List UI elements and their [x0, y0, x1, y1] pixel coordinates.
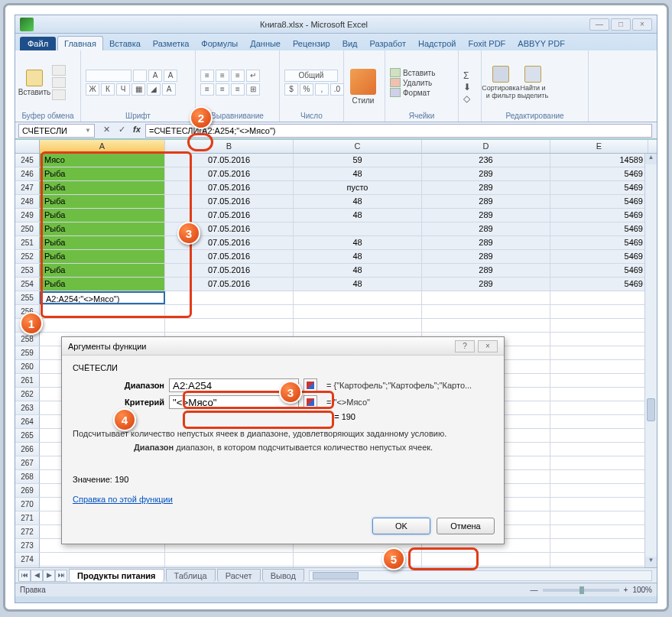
table-row[interactable]: 245 Мясо 07.05.2016 59 236 14589 [15, 154, 657, 167]
row-header[interactable]: 261 [15, 374, 40, 387]
underline-button[interactable]: Ч [116, 83, 130, 96]
zoom-in[interactable]: + [624, 586, 628, 594]
table-row[interactable]: 256 [15, 305, 657, 319]
row-header[interactable]: 251 [15, 236, 40, 249]
col-header-c[interactable]: C [294, 140, 422, 153]
table-row[interactable]: 253 Рыба 07.05.2016 48 289 5469 [15, 264, 657, 278]
currency-icon[interactable]: $ [284, 83, 298, 96]
cell[interactable]: 07.05.2016 [165, 278, 294, 291]
cell[interactable]: 5469 [550, 278, 648, 291]
row-header[interactable]: 247 [15, 181, 40, 194]
cell[interactable]: 5469 [550, 264, 648, 277]
clear-icon[interactable]: ◇ [463, 93, 471, 104]
row-header[interactable]: 271 [15, 511, 40, 524]
sheet-tab-out[interactable]: Вывод [262, 569, 304, 582]
fx-button[interactable]: fx [130, 125, 144, 137]
cell[interactable]: 48 [294, 167, 422, 180]
table-row[interactable]: 255 A2:A254;"<>Мясо") [15, 291, 657, 305]
border-icon[interactable]: ▦ [131, 83, 145, 96]
sheet-nav-next[interactable]: ▶ [43, 570, 55, 582]
table-row[interactable]: 248 Рыба 07.05.2016 48 289 5469 [15, 195, 657, 209]
table-row[interactable]: 275 [15, 567, 657, 567]
cells-delete[interactable]: Удалить [390, 78, 435, 87]
tab-review[interactable]: Рецензир [287, 37, 336, 50]
row-header[interactable]: 270 [15, 498, 40, 511]
font-shrink-icon[interactable]: A [164, 70, 177, 82]
format-painter-icon[interactable] [52, 89, 66, 100]
zoom-level[interactable]: 100% [632, 586, 652, 594]
cell[interactable]: 289 [422, 278, 550, 291]
row-header[interactable]: 249 [15, 209, 40, 222]
tab-foxit[interactable]: Foxit PDF [462, 37, 511, 50]
cut-icon[interactable] [52, 65, 66, 76]
table-row[interactable]: 250 Рыба 07.05.2016 289 5469 [15, 222, 657, 236]
active-cell[interactable]: A2:A254;"<>Мясо") [40, 291, 165, 304]
row-header[interactable]: 258 [15, 333, 40, 346]
cell[interactable]: 07.05.2016 [165, 181, 294, 194]
cell[interactable]: Рыба [40, 236, 165, 249]
tab-home[interactable]: Главная [57, 36, 103, 50]
font-grow-icon[interactable]: A [148, 70, 162, 82]
tab-layout[interactable]: Разметка [147, 37, 196, 50]
paste-button[interactable]: Вставить [20, 70, 49, 96]
row-header[interactable]: 269 [15, 484, 40, 497]
cell[interactable]: Рыба [40, 181, 165, 194]
cell[interactable]: 07.05.2016 [165, 195, 294, 208]
cell[interactable]: 07.05.2016 [165, 264, 294, 277]
number-format[interactable]: Общий [284, 70, 338, 82]
font-color-icon[interactable]: A [162, 83, 176, 96]
file-tab[interactable]: Файл [20, 37, 56, 50]
table-row[interactable]: 274 [15, 553, 657, 567]
copy-icon[interactable] [52, 77, 66, 88]
cell[interactable]: 07.05.2016 [165, 154, 294, 167]
sheet-tab-calc[interactable]: Расчет [217, 569, 261, 582]
font-name[interactable] [86, 70, 131, 82]
close-button[interactable]: × [632, 18, 652, 31]
cell[interactable]: 48 [294, 278, 422, 291]
cells-format[interactable]: Формат [390, 88, 435, 97]
cell[interactable]: 289 [422, 195, 550, 208]
cell[interactable]: 48 [294, 264, 422, 277]
cell[interactable]: 48 [294, 236, 422, 249]
cell[interactable]: 5469 [550, 167, 648, 180]
cell[interactable]: 59 [294, 154, 422, 167]
select-all-corner[interactable] [15, 140, 40, 153]
row-header[interactable]: 246 [15, 167, 40, 180]
cells-insert[interactable]: Вставить [390, 68, 435, 77]
cancel-formula-button[interactable]: ✕ [99, 125, 113, 137]
cell[interactable] [294, 222, 422, 235]
cell[interactable]: Мясо [40, 154, 165, 167]
cell[interactable]: Рыба [40, 167, 165, 180]
cell[interactable]: Рыба [40, 195, 165, 208]
row-header[interactable]: 267 [15, 456, 40, 469]
tab-formulas[interactable]: Формулы [195, 37, 244, 50]
row-header[interactable]: 273 [15, 539, 40, 552]
row-header[interactable]: 274 [15, 553, 40, 566]
cell[interactable]: Рыба [40, 209, 165, 222]
range-picker-icon-2[interactable] [304, 395, 317, 409]
percent-icon[interactable]: % [300, 83, 313, 96]
italic-button[interactable]: К [101, 83, 115, 96]
row-header[interactable]: 254 [15, 278, 40, 291]
hscroll-thumb[interactable] [313, 572, 359, 580]
row-header[interactable]: 264 [15, 415, 40, 428]
cell[interactable]: Рыба [40, 222, 165, 235]
tab-abbyy[interactable]: ABBYY PDF [511, 37, 571, 50]
tab-addins[interactable]: Надстрой [412, 37, 462, 50]
cell[interactable]: 5469 [550, 181, 648, 194]
bold-button[interactable]: Ж [86, 83, 99, 96]
table-row[interactable]: 252 Рыба 07.05.2016 48 289 5469 [15, 250, 657, 264]
table-row[interactable]: 251 Рыба 07.05.2016 48 289 5469 [15, 236, 657, 250]
dialog-close-button[interactable]: × [478, 340, 498, 352]
cell[interactable]: 289 [422, 250, 550, 263]
align-left-icon[interactable]: ≡ [200, 83, 214, 96]
row-header[interactable]: 255 [15, 291, 40, 304]
row-header[interactable]: 266 [15, 443, 40, 456]
cell[interactable]: 289 [422, 181, 550, 194]
scroll-up-icon[interactable]: ▲ [645, 154, 657, 164]
cell[interactable]: 289 [422, 264, 550, 277]
cell[interactable]: 5469 [550, 250, 648, 263]
cell[interactable]: 48 [294, 250, 422, 263]
cell[interactable]: 5469 [550, 209, 648, 222]
font-size[interactable] [133, 70, 147, 82]
